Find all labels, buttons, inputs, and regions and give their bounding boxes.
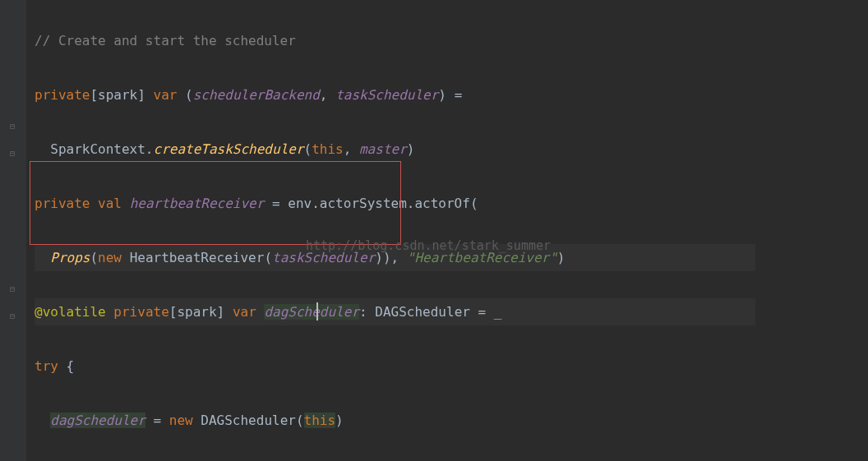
scope-spark: spark [177, 304, 216, 320]
bracket: ] [217, 304, 225, 320]
type-DAGScheduler: DAGScheduler [375, 304, 470, 320]
ident-taskScheduler: taskScheduler [335, 87, 438, 103]
bracket: [ [169, 304, 178, 320]
gutter-fold-icon[interactable]: ⊟ [7, 140, 18, 151]
dot: . [407, 196, 415, 211]
keyword-var: var [233, 304, 256, 320]
ident-dagScheduler: dagScheduler [50, 413, 145, 428]
ident-SparkContext: SparkContext [50, 141, 145, 157]
keyword-this: this [312, 141, 344, 157]
scope-spark: spark [98, 87, 137, 103]
ident-taskScheduler: taskScheduler [272, 250, 375, 265]
paren: ( [264, 250, 272, 265]
keyword-new: new [98, 250, 122, 265]
code-line[interactable]: @volatile private[spark] var dagSchedule… [35, 298, 755, 325]
comma: , [320, 87, 328, 103]
keyword-var: var [154, 87, 178, 103]
ident-env: env [288, 196, 312, 211]
paren: ) [335, 413, 344, 428]
method-actorOf: actorOf [414, 196, 469, 211]
bracket: [ [90, 87, 98, 103]
method-createTaskScheduler: createTaskScheduler [154, 141, 304, 157]
paren: )), [375, 250, 399, 265]
ident-Props: Props [50, 250, 90, 265]
ident-actorSystem: actorSystem [320, 196, 407, 211]
code-line[interactable]: private val heartbeatReceiver = env.acto… [35, 190, 755, 217]
eq: = [264, 196, 288, 211]
brace: { [67, 358, 75, 374]
eq: = [478, 304, 487, 320]
paren: ( [304, 141, 312, 157]
eq: = [446, 87, 462, 103]
code-editor[interactable]: // Create and start the scheduler privat… [35, 0, 755, 461]
ident-schedulerBackend: schedulerBackend [193, 87, 320, 103]
paren: ( [90, 250, 98, 265]
code-line[interactable]: Props(new HeartbeatReceiver(taskSchedule… [35, 244, 755, 271]
paren: ( [296, 413, 304, 428]
eq: = [145, 413, 169, 428]
code-line[interactable]: SparkContext.createTaskScheduler(this, m… [35, 136, 755, 163]
keyword-this: this [304, 413, 336, 428]
keyword-val: val [98, 196, 122, 211]
annotation-volatile: @volatile [35, 304, 106, 320]
ident-master: master [359, 141, 407, 157]
bracket: ] [137, 87, 145, 103]
keyword-private: private [113, 304, 169, 320]
comma: , [344, 141, 352, 157]
paren: ( [470, 196, 478, 211]
code-line[interactable]: // Create and start the scheduler [35, 27, 755, 54]
paren: ) [557, 250, 566, 265]
paren: ) [407, 141, 415, 157]
gutter-fold-icon[interactable]: ⊟ [7, 113, 18, 124]
string-literal: "HeartbeatReceiver" [407, 250, 557, 265]
gutter-fold-icon[interactable]: ⊟ [7, 302, 18, 314]
comment: // Create and start the scheduler [35, 33, 296, 48]
ident-heartbeatReceiver: heartbeatReceiver [130, 196, 265, 211]
keyword-private: private [35, 87, 90, 103]
underscore: _ [494, 304, 502, 320]
dot: . [145, 141, 154, 157]
paren: ) [438, 87, 446, 103]
type-DAGScheduler: DAGScheduler [201, 413, 296, 428]
colon: : [359, 304, 367, 320]
dot: . [312, 196, 320, 211]
type-HeartbeatReceiver: HeartbeatReceiver [130, 250, 265, 265]
ident-dagScheduler: dagScheduler [264, 304, 359, 320]
text-cursor [316, 302, 318, 320]
keyword-private: private [35, 196, 90, 211]
code-line[interactable]: dagScheduler = new DAGScheduler(this) [35, 407, 755, 434]
editor-gutter: ⊟ ⊟ ⊟ ⊟ [0, 0, 26, 461]
keyword-new: new [169, 413, 193, 428]
code-line[interactable]: private[spark] var (schedulerBackend, ta… [35, 81, 755, 108]
keyword-try: try [35, 358, 58, 374]
gutter-fold-icon[interactable]: ⊟ [7, 275, 18, 287]
code-line[interactable]: try { [35, 353, 755, 380]
paren: ( [185, 87, 193, 103]
